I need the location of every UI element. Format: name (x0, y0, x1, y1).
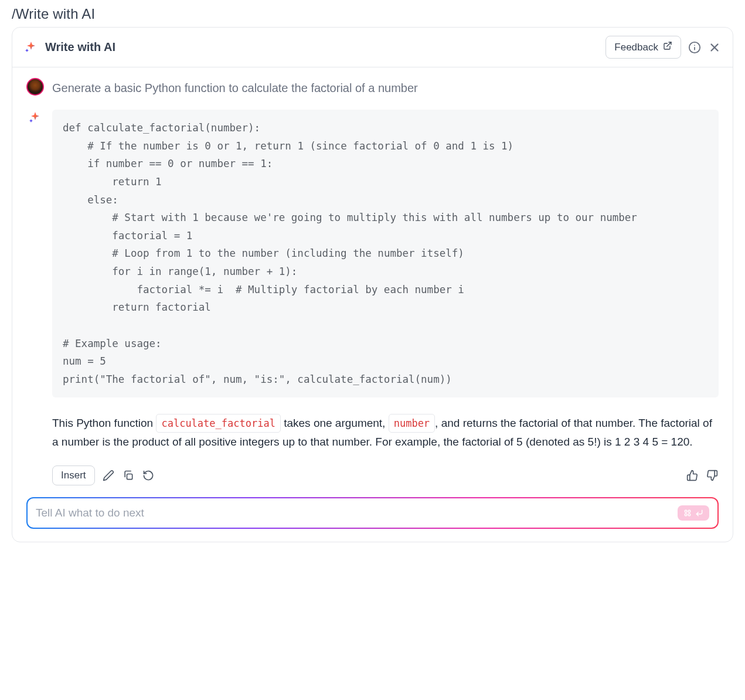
conversation: Generate a basic Python function to calc… (12, 67, 733, 497)
info-icon[interactable] (688, 41, 701, 54)
input-area (12, 497, 733, 542)
prompt-input-border (26, 497, 719, 529)
inline-code: calculate_factorial (156, 414, 280, 433)
thumbs-up-icon[interactable] (686, 469, 699, 482)
user-avatar (26, 78, 44, 96)
thumbs-down-icon[interactable] (706, 469, 719, 482)
panel-header: Write with AI Feedback (12, 28, 733, 67)
feedback-label: Feedback (614, 42, 658, 53)
explain-text: This Python function (52, 417, 156, 429)
user-prompt: Generate a basic Python function to calc… (52, 78, 418, 97)
svg-rect-6 (127, 474, 132, 479)
ai-message: def calculate_factorial(number): # If th… (26, 110, 719, 485)
panel-title: Write with AI (45, 40, 598, 54)
ai-panel: Write with AI Feedback Generate a basic … (12, 27, 733, 542)
insert-button[interactable]: Insert (52, 465, 95, 485)
action-row: Insert (52, 465, 719, 485)
code-block: def calculate_factorial(number): # If th… (52, 110, 719, 397)
close-icon[interactable] (708, 41, 721, 54)
copy-icon[interactable] (122, 469, 135, 482)
submit-shortcut-chip[interactable] (678, 505, 709, 521)
edit-icon[interactable] (102, 469, 115, 482)
external-link-icon (663, 41, 672, 53)
ai-sparkle-icon (26, 110, 44, 125)
svg-line-0 (667, 42, 671, 46)
inline-code: number (389, 414, 435, 433)
user-message: Generate a basic Python function to calc… (26, 78, 719, 97)
breadcrumb: /Write with AI (12, 6, 733, 22)
ai-content: def calculate_factorial(number): # If th… (52, 110, 719, 485)
explain-text: takes one argument, (281, 417, 389, 429)
prompt-input[interactable] (36, 507, 671, 519)
explanation: This Python function calculate_factorial… (52, 414, 719, 451)
regenerate-icon[interactable] (142, 469, 155, 482)
sparkle-icon (24, 40, 38, 55)
feedback-button[interactable]: Feedback (605, 36, 681, 59)
